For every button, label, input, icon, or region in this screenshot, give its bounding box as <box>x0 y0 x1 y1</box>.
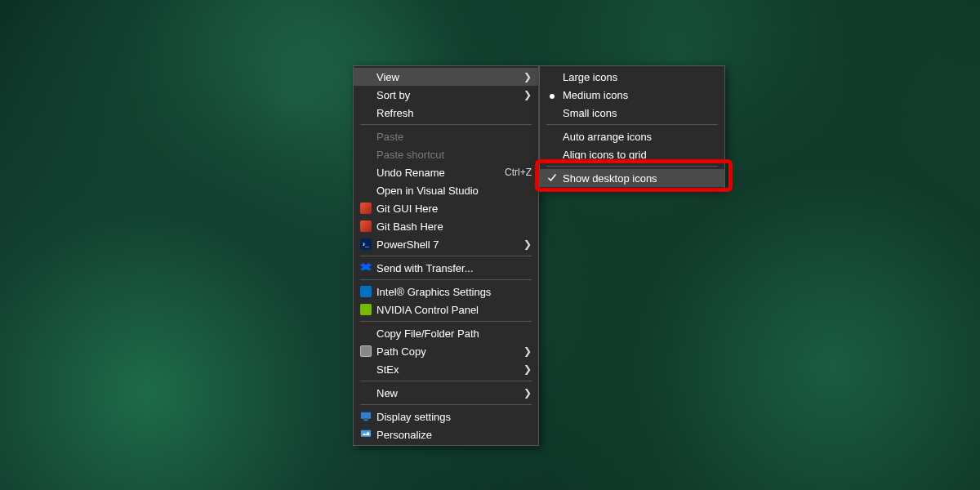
submenu-arrow-icon: ❯ <box>522 238 532 250</box>
menu-item-open-visual-studio[interactable]: Open in Visual Studio <box>354 181 538 199</box>
menu-item-label: Open in Visual Studio <box>376 185 532 197</box>
submenu-arrow-icon: ❯ <box>522 345 532 357</box>
spacer-icon <box>359 130 373 143</box>
menu-item-label: Copy File/Folder Path <box>376 327 532 340</box>
submenu-item-small-icons[interactable]: Small icons <box>540 104 724 122</box>
submenu-item-auto-arrange[interactable]: Auto arrange icons <box>540 127 724 145</box>
menu-item-git-bash[interactable]: Git Bash Here <box>354 217 538 235</box>
menu-item-label: Display settings <box>376 411 532 423</box>
menu-item-copy-path[interactable]: Copy File/Folder Path <box>354 324 538 342</box>
menu-item-label: PowerShell 7 <box>376 238 522 251</box>
menu-separator <box>360 279 532 280</box>
menu-item-stex[interactable]: StEx ❯ <box>354 360 538 378</box>
menu-item-label: Sort by <box>376 89 522 101</box>
dropbox-icon <box>359 261 373 274</box>
menu-item-label: Medium icons <box>563 89 718 101</box>
menu-separator <box>360 256 532 256</box>
submenu-item-align-to-grid[interactable]: Align icons to grid <box>540 145 724 163</box>
menu-item-label: Show desktop icons <box>563 172 718 185</box>
submenu-arrow-icon: ❯ <box>522 363 532 375</box>
menu-item-label: New <box>376 387 522 399</box>
menu-item-refresh[interactable]: Refresh <box>354 104 538 122</box>
menu-item-label: StEx <box>376 363 522 376</box>
menu-item-send-with-transfer[interactable]: Send with Transfer... <box>354 259 538 277</box>
menu-item-label: Path Copy <box>376 345 522 358</box>
submenu-item-show-desktop-icons[interactable]: Show desktop icons <box>540 169 724 187</box>
menu-item-view[interactable]: View ❯ <box>354 68 538 86</box>
menu-separator <box>360 321 532 322</box>
menu-item-personalize[interactable]: Personalize <box>354 425 538 443</box>
menu-item-label: NVIDIA Control Panel <box>376 304 532 316</box>
menu-item-sort-by[interactable]: Sort by ❯ <box>354 86 538 104</box>
menu-item-label: Large icons <box>563 71 718 83</box>
spacer-icon <box>359 166 373 179</box>
menu-separator <box>360 381 532 381</box>
menu-item-new[interactable]: New ❯ <box>354 384 538 402</box>
menu-item-git-gui[interactable]: Git GUI Here <box>354 199 538 217</box>
spacer-icon <box>359 106 373 119</box>
menu-item-label: Small icons <box>563 107 718 119</box>
menu-item-paste: Paste <box>354 127 538 145</box>
submenu-arrow-icon: ❯ <box>522 89 532 100</box>
spacer-icon <box>359 386 373 399</box>
spacer-icon <box>545 106 559 119</box>
menu-item-shortcut: Ctrl+Z <box>505 167 532 178</box>
powershell-icon: ›_ <box>359 238 373 251</box>
submenu-arrow-icon: ❯ <box>522 387 532 399</box>
menu-item-nvidia-control-panel[interactable]: NVIDIA Control Panel <box>354 301 538 318</box>
path-copy-icon <box>359 345 373 358</box>
spacer-icon <box>545 148 559 161</box>
submenu-arrow-icon: ❯ <box>522 71 532 82</box>
spacer-icon <box>545 130 559 143</box>
nvidia-icon <box>359 303 373 316</box>
menu-separator <box>360 124 532 125</box>
spacer-icon <box>359 70 373 83</box>
submenu-item-large-icons[interactable]: Large icons <box>540 68 724 86</box>
menu-item-label: View <box>376 71 522 83</box>
desktop-context-menu: View ❯ Sort by ❯ Refresh Paste Paste sho… <box>353 65 539 446</box>
spacer-icon <box>359 184 373 197</box>
display-settings-icon <box>359 410 373 423</box>
menu-item-label: Align icons to grid <box>563 149 718 161</box>
spacer-icon <box>359 88 373 101</box>
view-submenu: Large icons Medium icons Small icons Aut… <box>539 65 725 189</box>
git-bash-icon <box>359 220 373 233</box>
svg-rect-1 <box>363 420 368 421</box>
menu-item-label: Paste shortcut <box>376 149 532 161</box>
svg-rect-0 <box>361 412 371 419</box>
personalize-icon <box>359 428 373 441</box>
menu-item-label: Undo Rename <box>376 167 505 179</box>
menu-item-label: Send with Transfer... <box>376 262 532 274</box>
menu-item-path-copy[interactable]: Path Copy ❯ <box>354 342 538 360</box>
git-gui-icon <box>359 202 373 215</box>
radio-selected-icon <box>545 88 559 101</box>
menu-item-powershell[interactable]: ›_ PowerShell 7 ❯ <box>354 235 538 253</box>
spacer-icon <box>359 327 373 340</box>
checkmark-icon <box>545 172 559 185</box>
menu-item-intel-graphics[interactable]: Intel® Graphics Settings <box>354 283 538 301</box>
svg-rect-2 <box>361 430 371 437</box>
menu-item-label: Auto arrange icons <box>563 131 718 143</box>
menu-item-undo-rename[interactable]: Undo Rename Ctrl+Z <box>354 163 538 181</box>
menu-separator <box>546 124 718 125</box>
menu-item-label: Refresh <box>376 107 532 119</box>
menu-item-label: Intel® Graphics Settings <box>376 286 532 298</box>
intel-icon <box>359 285 373 298</box>
menu-item-label: Git GUI Here <box>376 203 532 215</box>
menu-item-display-settings[interactable]: Display settings <box>354 408 538 425</box>
spacer-icon <box>545 70 559 83</box>
menu-item-paste-shortcut: Paste shortcut <box>354 145 538 163</box>
menu-item-label: Personalize <box>376 429 532 441</box>
submenu-item-medium-icons[interactable]: Medium icons <box>540 86 724 104</box>
menu-separator <box>546 166 718 167</box>
menu-item-label: Paste <box>376 131 532 143</box>
menu-item-label: Git Bash Here <box>376 220 532 233</box>
menu-separator <box>360 404 532 405</box>
spacer-icon <box>359 148 373 161</box>
spacer-icon <box>359 363 373 376</box>
